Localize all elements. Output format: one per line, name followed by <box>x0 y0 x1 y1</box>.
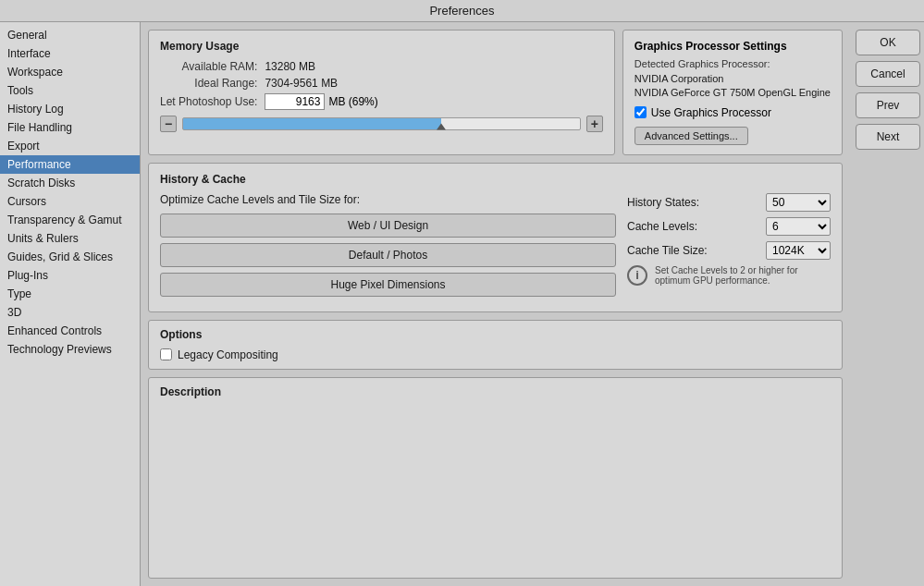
optimize-label: Optimize Cache Levels and Tile Size for: <box>160 193 616 206</box>
huge-pixel-btn[interactable]: Huge Pixel Dimensions <box>160 273 616 297</box>
memory-usage-title: Memory Usage <box>160 40 603 53</box>
window-title: Preferences <box>429 4 494 18</box>
gpu-title: Graphics Processor Settings <box>634 40 831 53</box>
sidebar-item-transparency-gamut[interactable]: Transparency & Gamut <box>0 211 140 229</box>
memory-usage-section: Memory Usage Available RAM: 13280 MB Ide… <box>148 30 615 155</box>
cache-levels-row: Cache Levels: 6 <box>627 217 831 236</box>
sidebar-item-technology-previews[interactable]: Technology Previews <box>0 340 140 359</box>
sidebar: GeneralInterfaceWorkspaceToolsHistory Lo… <box>0 22 141 586</box>
cancel-button[interactable]: Cancel <box>856 61 920 87</box>
memory-usage-grid: Available RAM: 13280 MB Ideal Range: 730… <box>160 60 603 110</box>
sidebar-item-history-log[interactable]: History Log <box>0 100 140 118</box>
sidebar-item-3d[interactable]: 3D <box>0 303 140 322</box>
sidebar-item-plug-ins[interactable]: Plug-Ins <box>0 266 140 285</box>
info-row: i Set Cache Levels to 2 or higher for op… <box>627 265 831 286</box>
memory-input-row: MB (69%) <box>265 93 602 110</box>
info-icon: i <box>627 265 647 286</box>
slider-decrease-btn[interactable]: − <box>160 116 177 132</box>
advanced-settings-btn[interactable]: Advanced Settings... <box>634 127 748 145</box>
available-ram-label: Available RAM: <box>160 60 257 73</box>
legacy-compositing-checkbox[interactable] <box>160 348 172 360</box>
legacy-compositing-label[interactable]: Legacy Compositing <box>178 348 278 361</box>
sidebar-item-general[interactable]: General <box>0 26 140 44</box>
description-title: Description <box>160 385 831 398</box>
sidebar-item-workspace[interactable]: Workspace <box>0 63 140 81</box>
history-states-row: History States: 50 <box>627 193 831 212</box>
options-section: Options Legacy Compositing <box>148 320 843 370</box>
right-buttons-panel: OK Cancel Prev Next <box>850 22 924 586</box>
sidebar-item-interface[interactable]: Interface <box>0 44 140 63</box>
history-states-label: History States: <box>627 196 699 209</box>
memory-slider-track[interactable] <box>182 117 581 130</box>
title-bar: Preferences <box>0 0 924 22</box>
history-states-select[interactable]: 50 <box>766 193 831 212</box>
gpu-detected-label: Detected Graphics Processor: <box>634 58 831 69</box>
sidebar-item-scratch-disks[interactable]: Scratch Disks <box>0 174 140 192</box>
history-cache-title: History & Cache <box>160 173 831 186</box>
ok-button[interactable]: OK <box>856 30 920 55</box>
hc-layout: Optimize Cache Levels and Tile Size for:… <box>160 193 831 302</box>
gpu-section: Graphics Processor Settings Detected Gra… <box>622 30 843 155</box>
sidebar-item-export[interactable]: Export <box>0 137 140 155</box>
sidebar-item-performance[interactable]: Performance <box>0 155 140 174</box>
sidebar-item-units-rulers[interactable]: Units & Rulers <box>0 229 140 248</box>
main-layout: GeneralInterfaceWorkspaceToolsHistory Lo… <box>0 22 924 586</box>
cache-levels-label: Cache Levels: <box>627 220 697 233</box>
hc-right: History States: 50 Cache Levels: 6 Cache… <box>627 193 831 302</box>
let-photoshop-label: Let Photoshop Use: <box>160 95 257 108</box>
info-text: Set Cache Levels to 2 or higher for opti… <box>655 265 831 286</box>
default-photos-btn[interactable]: Default / Photos <box>160 243 616 267</box>
gpu-line1: NVIDIA Corporation <box>634 72 831 86</box>
web-ui-design-btn[interactable]: Web / UI Design <box>160 214 616 238</box>
ideal-range-value: 7304-9561 MB <box>265 77 602 90</box>
gpu-name: NVIDIA Corporation NVIDIA GeForce GT 750… <box>634 72 831 101</box>
mb-suffix: MB (69%) <box>328 95 377 108</box>
content-area: Memory Usage Available RAM: 13280 MB Ide… <box>141 22 850 586</box>
sidebar-item-cursors[interactable]: Cursors <box>0 192 140 211</box>
cache-tile-row: Cache Tile Size: 1024K <box>627 241 831 260</box>
description-section: Description <box>148 377 843 579</box>
cache-tile-select[interactable]: 1024K <box>766 241 831 260</box>
ideal-range-label: Ideal Range: <box>160 77 257 90</box>
options-title: Options <box>160 328 831 341</box>
slider-thumb <box>437 124 446 130</box>
legacy-compositing-row: Legacy Compositing <box>160 348 831 361</box>
use-gpu-label[interactable]: Use Graphics Processor <box>651 106 771 119</box>
memory-input[interactable] <box>265 93 325 110</box>
next-button[interactable]: Next <box>856 124 920 150</box>
cache-levels-select[interactable]: 6 <box>766 217 831 236</box>
sidebar-item-type[interactable]: Type <box>0 285 140 303</box>
gpu-line2: NVIDIA GeForce GT 750M OpenGL Engine <box>634 86 831 100</box>
sidebar-item-enhanced-controls[interactable]: Enhanced Controls <box>0 322 140 340</box>
sidebar-item-file-handling[interactable]: File Handling <box>0 118 140 137</box>
available-ram-value: 13280 MB <box>265 60 602 73</box>
gpu-checkbox-row: Use Graphics Processor <box>634 106 831 119</box>
top-sections: Memory Usage Available RAM: 13280 MB Ide… <box>148 30 843 155</box>
use-gpu-checkbox[interactable] <box>634 106 647 118</box>
prev-button[interactable]: Prev <box>856 92 920 118</box>
memory-slider-row: − + <box>160 116 603 132</box>
slider-increase-btn[interactable]: + <box>586 116 603 132</box>
sidebar-item-guides-grid-slices[interactable]: Guides, Grid & Slices <box>0 248 140 266</box>
cache-tile-label: Cache Tile Size: <box>627 244 708 257</box>
hc-left: Optimize Cache Levels and Tile Size for:… <box>160 193 616 302</box>
sidebar-item-tools[interactable]: Tools <box>0 81 140 100</box>
history-cache-section: History & Cache Optimize Cache Levels an… <box>148 163 843 312</box>
